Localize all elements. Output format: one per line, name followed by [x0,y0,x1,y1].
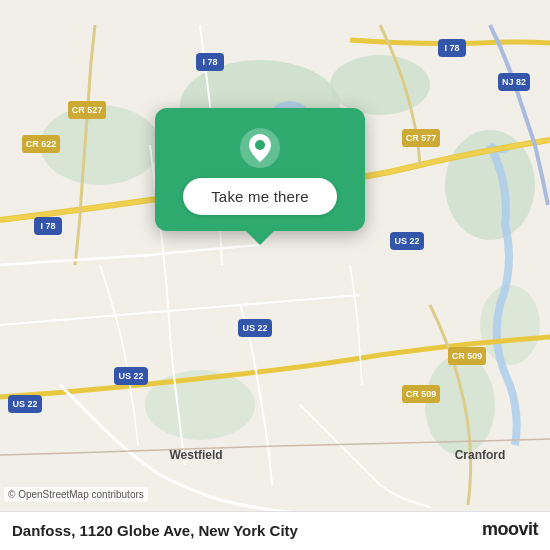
map-container: I 78 I 78 NJ 82 CR 527 CR 622 CR 577 I 7… [0,0,550,550]
svg-text:US 22: US 22 [12,399,37,409]
svg-text:US 22: US 22 [242,323,267,333]
svg-point-38 [255,140,265,150]
svg-text:I 78: I 78 [202,57,217,67]
svg-text:I 78: I 78 [40,221,55,231]
svg-text:I 78: I 78 [444,43,459,53]
svg-text:CR 509: CR 509 [452,351,483,361]
svg-text:CR 577: CR 577 [406,133,437,143]
svg-text:CR 622: CR 622 [26,139,57,149]
map-svg: I 78 I 78 NJ 82 CR 527 CR 622 CR 577 I 7… [0,0,550,550]
svg-point-2 [330,55,430,115]
bottom-bar: Danfoss, 1120 Globe Ave, New York City [0,511,550,550]
svg-point-6 [480,285,540,365]
location-title: Danfoss, 1120 Globe Ave, New York City [12,522,298,539]
map-attribution: © OpenStreetMap contributors [4,487,148,502]
svg-text:CR 527: CR 527 [72,105,103,115]
moovit-logo: moovit [482,519,538,540]
svg-text:US 22: US 22 [394,236,419,246]
svg-text:CR 509: CR 509 [406,389,437,399]
svg-text:US 22: US 22 [118,371,143,381]
moovit-logo-text: moovit [482,519,538,539]
take-me-there-button[interactable]: Take me there [183,178,337,215]
svg-text:NJ 82: NJ 82 [502,77,526,87]
svg-point-5 [425,355,495,455]
svg-text:Cranford: Cranford [455,448,506,462]
location-pin-icon [238,126,282,170]
location-popup: Take me there [155,108,365,231]
svg-text:Westfield: Westfield [169,448,222,462]
